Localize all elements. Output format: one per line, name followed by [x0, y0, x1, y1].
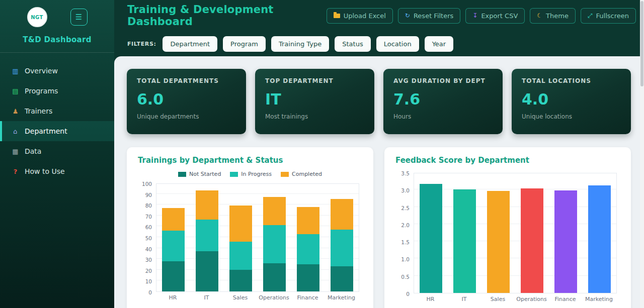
- filter-bar: FILTERS: DepartmentProgramTraining TypeS…: [114, 31, 644, 56]
- filter-status-button[interactable]: Status: [335, 36, 370, 52]
- bar-segment-not-started: [297, 264, 319, 291]
- y-axis-tick-label: 30: [138, 257, 152, 263]
- bar-finance: [297, 207, 319, 291]
- bar-chart: 00.51.01.52.02.53.03.5HRITSalesOperation…: [395, 170, 620, 304]
- y-axis-tick-label: 10: [138, 278, 152, 284]
- gridline: [414, 258, 616, 258]
- hamburger-icon: ☰: [75, 13, 82, 22]
- gridline: [414, 241, 616, 241]
- menu-toggle-button[interactable]: ☰: [70, 9, 88, 26]
- filter-training-type-button[interactable]: Training Type: [271, 36, 329, 52]
- x-axis-tick-label: IT: [190, 294, 223, 301]
- sidebar-header: NGT ☰: [0, 0, 114, 29]
- button-label: Reset Filters: [414, 12, 453, 20]
- kpi-row: TOTAL DEPARTMENTS6.0Unique departmentsTO…: [127, 69, 631, 134]
- y-axis-tick-label: 3.0: [395, 187, 410, 193]
- bar-segment-completed: [263, 197, 285, 225]
- bar-segment-completed: [297, 207, 319, 234]
- logo-text: NGT: [31, 15, 43, 20]
- stacked-bar-chart: 0102030405060708090100HRITSalesOperation…: [138, 180, 362, 303]
- scrollbar[interactable]: [640, 0, 644, 308]
- filter-department-button[interactable]: Department: [163, 36, 217, 52]
- sidebar-item-label: Trainers: [25, 107, 52, 115]
- bar-segment-feedback-score: [554, 190, 577, 293]
- gridline: [156, 258, 359, 259]
- theme-button[interactable]: ☾Theme: [530, 8, 576, 24]
- filter-location-button[interactable]: Location: [376, 36, 419, 52]
- kpi-card-total-departments: TOTAL DEPARTMENTS6.0Unique departments: [127, 69, 246, 134]
- bar-segment-feedback-score: [420, 184, 442, 293]
- chart-legend: Not StartedIn ProgressCompleted: [138, 171, 362, 177]
- legend-swatch: [178, 172, 186, 177]
- department-icon: ⌂: [11, 128, 20, 135]
- sidebar-nav: ▥Overview▤Programs♟Trainers⌂Department▦D…: [0, 61, 114, 181]
- button-label: Export CSV: [481, 12, 518, 20]
- sidebar-item-programs[interactable]: ▤Programs: [0, 81, 114, 101]
- filter-year-button[interactable]: Year: [425, 36, 454, 52]
- trainers-icon: ♟: [11, 108, 20, 115]
- kpi-card-total-locations: TOTAL LOCATIONS4.0Unique locations: [512, 69, 631, 134]
- y-axis-tick-label: 20: [138, 268, 152, 274]
- bar-it: [196, 190, 218, 291]
- filter-program-button[interactable]: Program: [223, 36, 266, 52]
- kpi-value: IT: [265, 90, 364, 108]
- charts-row: Trainings by Department & Status Not Sta…: [127, 147, 631, 308]
- y-axis-tick-label: 0: [395, 291, 410, 297]
- programs-icon: ▤: [11, 87, 20, 95]
- sidebar-item-label: Data: [25, 147, 41, 155]
- fullscreen-icon: ⤢: [588, 13, 593, 19]
- sidebar-item-department[interactable]: ⌂Department: [0, 121, 114, 141]
- x-axis-tick-label: HR: [414, 296, 447, 302]
- bar-sales: [229, 206, 252, 291]
- sidebar: NGT ☰ T&D Dashboard ▥Overview▤Programs♟T…: [0, 0, 114, 308]
- bar-segment-in-progress: [297, 234, 319, 264]
- bar-segment-in-progress: [331, 230, 353, 266]
- scrollbar-thumb[interactable]: [640, 1, 643, 86]
- upload-excel-button[interactable]: Upload Excel: [327, 8, 393, 24]
- kpi-card-avg-duration-by-dept: AVG DURATION BY DEPT7.6Hours: [383, 69, 503, 134]
- bar-segment-completed: [331, 199, 353, 229]
- bar-segment-feedback-score: [521, 188, 543, 293]
- x-axis-tick-label: Operations: [515, 296, 548, 302]
- kpi-label: TOTAL LOCATIONS: [522, 77, 621, 84]
- kpi-label: TOTAL DEPARTMENTS: [137, 77, 236, 84]
- help-icon: ?: [11, 168, 20, 175]
- y-axis-tick-label: 2.5: [395, 205, 410, 211]
- reset-filters-button[interactable]: ↻Reset Filters: [398, 8, 460, 24]
- fullscreen-button[interactable]: ⤢Fullscreen: [581, 8, 636, 24]
- x-axis-tick-label: Finance: [548, 296, 582, 302]
- divider: [0, 52, 114, 53]
- export-icon: ↧: [472, 13, 477, 19]
- app: NGT ☰ T&D Dashboard ▥Overview▤Programs♟T…: [0, 0, 644, 308]
- sidebar-item-trainers[interactable]: ♟Trainers: [0, 101, 114, 121]
- export-csv-button[interactable]: ↧Export CSV: [465, 8, 525, 24]
- chart-card-trainings-by-department: Trainings by Department & Status Not Sta…: [127, 147, 373, 308]
- gridline: [414, 224, 616, 224]
- sidebar-item-data[interactable]: ▦Data: [0, 141, 114, 161]
- bar-segment-in-progress: [196, 220, 218, 251]
- kpi-label: TOP DEPARTMENT: [265, 77, 364, 84]
- sidebar-item-label: How to Use: [25, 167, 65, 175]
- gridline: [156, 269, 359, 270]
- bar-hr: [162, 208, 184, 291]
- y-axis-tick-label: 2.0: [395, 222, 410, 228]
- header: Training & Development Dashboard Upload …: [114, 0, 644, 31]
- legend-label: Completed: [292, 171, 322, 177]
- bar-segment-not-started: [263, 263, 285, 291]
- y-axis-tick-label: 90: [138, 192, 152, 198]
- legend-item: Not Started: [178, 171, 221, 177]
- sidebar-item-overview[interactable]: ▥Overview: [0, 61, 114, 81]
- gridline: [156, 280, 359, 280]
- kpi-value: 7.6: [393, 90, 493, 108]
- sidebar-item-how-to-use[interactable]: ?How to Use: [0, 161, 114, 181]
- x-axis-tick-label: Sales: [481, 296, 515, 302]
- bar-segment-not-started: [162, 261, 184, 291]
- moon-icon: ☾: [537, 13, 542, 19]
- y-axis-tick-label: 40: [138, 246, 152, 252]
- chart-title: Feedback Score by Department: [395, 156, 620, 165]
- gridline: [156, 193, 359, 194]
- bar-segment-in-progress: [162, 231, 184, 261]
- chart-title: Trainings by Department & Status: [138, 156, 362, 165]
- bar-finance: [554, 190, 577, 293]
- bar-hr: [420, 184, 442, 293]
